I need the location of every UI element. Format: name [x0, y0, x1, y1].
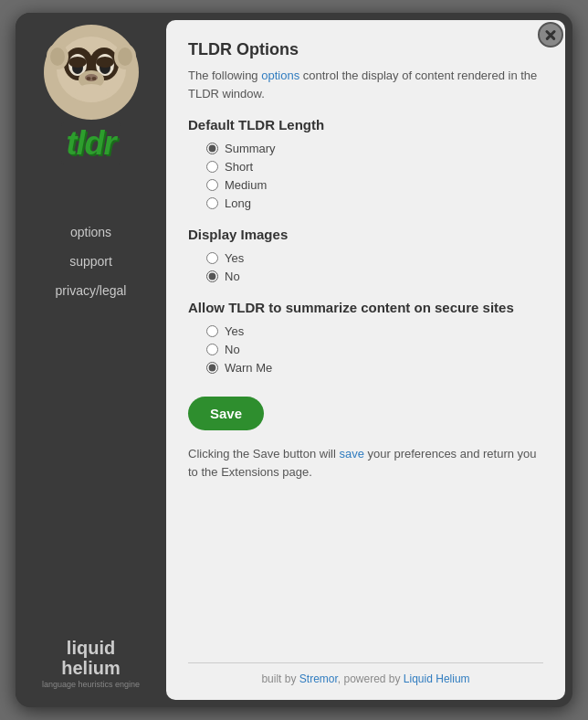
radio-secure-yes[interactable]: [206, 325, 218, 337]
section1-radio-group: Summary Short Medium Long: [188, 142, 543, 210]
svg-point-8: [68, 57, 87, 68]
list-item[interactable]: Summary: [206, 142, 543, 155]
radio-short[interactable]: [206, 161, 218, 173]
svg-point-17: [50, 48, 65, 66]
radio-summary-label: Summary: [225, 142, 276, 155]
bottom-logo: liquid helium language heuristics engine: [42, 638, 140, 689]
page-title: TLDR Options: [188, 40, 543, 59]
svg-point-9: [96, 57, 114, 68]
liquid-text: liquid: [42, 638, 140, 658]
radio-secure-no-label: No: [225, 343, 240, 356]
svg-point-14: [75, 84, 108, 102]
footer-note-link: save: [339, 447, 363, 461]
close-button[interactable]: [538, 22, 563, 48]
liquid-helium-link[interactable]: Liquid Helium: [404, 672, 470, 685]
list-item[interactable]: Yes: [206, 251, 543, 265]
sidebar-item-privacy-legal[interactable]: privacy/legal: [16, 278, 166, 303]
footer-powered-by: , powered by: [338, 672, 404, 685]
list-item[interactable]: No: [206, 270, 543, 283]
sidebar-item-options[interactable]: options: [16, 219, 166, 245]
radio-images-no[interactable]: [206, 270, 218, 282]
section1-title: Default TLDR Length: [188, 117, 543, 132]
section2-title: Display Images: [188, 227, 543, 242]
radio-images-no-label: No: [225, 270, 240, 283]
description-plain: The following: [188, 69, 261, 82]
panel-footer: built by Stremor, powered by Liquid Heli…: [188, 662, 543, 685]
list-item[interactable]: Medium: [206, 178, 543, 192]
radio-secure-warn[interactable]: [206, 362, 218, 374]
radio-short-label: Short: [225, 160, 253, 174]
helium-text: helium: [42, 658, 140, 678]
mascot-icon: [41, 22, 142, 122]
section2-radio-group: Yes No: [188, 251, 543, 283]
sidebar-item-support[interactable]: support: [16, 249, 166, 274]
list-item[interactable]: No: [206, 343, 543, 356]
sidebar: tldr options support privacy/legal liqui…: [16, 13, 166, 707]
svg-point-18: [118, 48, 132, 66]
tldr-logo: tldr: [61, 122, 121, 164]
tagline-text: language heuristics engine: [42, 680, 140, 689]
app-window: tldr options support privacy/legal liqui…: [16, 13, 572, 707]
radio-long-label: Long: [225, 196, 251, 210]
section3-title: Allow TLDR to summarize content on secur…: [188, 300, 543, 315]
svg-point-13: [91, 77, 96, 80]
radio-secure-no[interactable]: [206, 344, 218, 355]
radio-secure-warn-label: Warn Me: [225, 361, 272, 375]
list-item[interactable]: Long: [206, 196, 543, 210]
radio-images-yes[interactable]: [206, 252, 218, 264]
list-item[interactable]: Warn Me: [206, 361, 543, 375]
list-item[interactable]: Short: [206, 160, 543, 174]
footer-note-plain: Clicking the Save button will: [188, 447, 339, 461]
save-button[interactable]: Save: [188, 397, 264, 430]
svg-point-12: [86, 77, 90, 80]
footer-note: Clicking the Save button will save your …: [188, 445, 543, 481]
section3-radio-group: Yes No Warn Me: [188, 324, 543, 375]
stremor-link[interactable]: Stremor: [299, 672, 338, 685]
radio-secure-yes-label: Yes: [225, 324, 244, 338]
radio-medium-label: Medium: [225, 178, 267, 192]
radio-medium[interactable]: [206, 179, 218, 191]
footer-built-by: built by: [261, 672, 299, 685]
radio-summary[interactable]: [206, 143, 218, 154]
radio-long[interactable]: [206, 197, 218, 209]
list-item[interactable]: Yes: [206, 324, 543, 338]
radio-images-yes-label: Yes: [225, 251, 244, 265]
nav-links: options support privacy/legal: [16, 219, 166, 303]
main-content: tldr options support privacy/legal liqui…: [16, 13, 572, 707]
panel-description: The following options control the displa…: [188, 67, 543, 102]
logo-area: tldr: [41, 22, 142, 164]
description-link: options: [261, 69, 299, 82]
content-panel: TLDR Options The following options contr…: [166, 20, 565, 700]
